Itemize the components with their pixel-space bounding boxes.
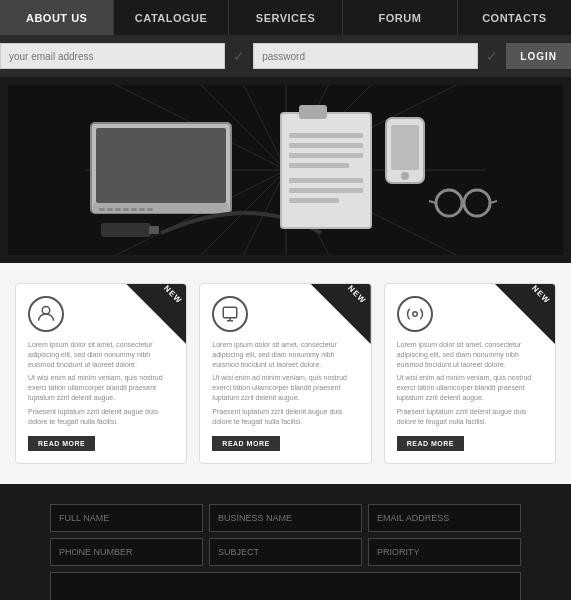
card-2: NEW Lorem ipsum dolor sit amet, consecte… (199, 283, 371, 464)
card-1: NEW Lorem ipsum dolor sit amet, consecte… (15, 283, 187, 464)
password-check-icon: ✓ (486, 48, 498, 64)
svg-rect-44 (289, 198, 339, 203)
email-address-input[interactable] (368, 504, 521, 532)
nav-about-us[interactable]: ABOUT US (0, 0, 114, 35)
email-input[interactable] (0, 43, 225, 69)
svg-point-49 (464, 190, 490, 216)
form-row-2 (50, 538, 521, 566)
cards-section: NEW Lorem ipsum dolor sit amet, consecte… (0, 263, 571, 484)
card-3-icon (397, 296, 433, 332)
message-textarea[interactable] (50, 572, 521, 600)
card-1-text: Lorem ipsum dolor sit amet, consectetur … (28, 340, 174, 426)
svg-point-47 (401, 172, 409, 180)
login-button[interactable]: LOGIN (506, 43, 571, 69)
priority-input[interactable] (368, 538, 521, 566)
svg-rect-38 (289, 133, 363, 138)
svg-rect-36 (281, 113, 371, 228)
password-input[interactable] (253, 43, 478, 69)
card-2-icon (212, 296, 248, 332)
svg-rect-35 (149, 226, 159, 234)
card-1-icon (28, 296, 64, 332)
svg-rect-26 (93, 203, 229, 213)
svg-rect-41 (289, 163, 349, 168)
svg-rect-42 (289, 178, 363, 183)
card-1-read-more[interactable]: READ MORE (28, 436, 95, 451)
nav-forum[interactable]: FORUM (343, 0, 457, 35)
svg-rect-46 (391, 125, 419, 170)
form-row-1 (50, 504, 521, 532)
full-name-input[interactable] (50, 504, 203, 532)
subject-input[interactable] (209, 538, 362, 566)
svg-rect-32 (139, 208, 145, 211)
svg-point-57 (412, 312, 417, 317)
svg-rect-54 (224, 307, 238, 318)
svg-point-48 (436, 190, 462, 216)
business-name-input[interactable] (209, 504, 362, 532)
svg-point-53 (42, 307, 50, 315)
svg-rect-31 (131, 208, 137, 211)
card-2-read-more[interactable]: READ MORE (212, 436, 279, 451)
svg-rect-40 (289, 153, 363, 158)
svg-rect-25 (96, 128, 226, 203)
svg-rect-29 (115, 208, 121, 211)
card-3: NEW Lorem ipsum dolor sit amet, consecte… (384, 283, 556, 464)
card-3-read-more[interactable]: READ MORE (397, 436, 464, 451)
svg-rect-27 (99, 208, 105, 211)
svg-rect-30 (123, 208, 129, 211)
svg-rect-34 (101, 223, 151, 237)
svg-rect-43 (289, 188, 363, 193)
nav-services[interactable]: SERVICES (229, 0, 343, 35)
hero-section (0, 77, 571, 263)
email-check-icon: ✓ (233, 48, 245, 64)
svg-rect-33 (147, 208, 153, 211)
login-bar: ✓ ✓ LOGIN (0, 35, 571, 77)
svg-rect-28 (107, 208, 113, 211)
hero-desk-image (71, 93, 501, 248)
contact-section: SEND MY MESSAGE (0, 484, 571, 600)
navigation: ABOUT US CATALOGUE SERVICES FORUM CONTAC… (0, 0, 571, 35)
phone-number-input[interactable] (50, 538, 203, 566)
nav-contacts[interactable]: CONTACTS (458, 0, 571, 35)
card-2-text: Lorem ipsum dolor sit amet, consectetur … (212, 340, 358, 426)
card-3-text: Lorem ipsum dolor sit amet, consectetur … (397, 340, 543, 426)
svg-rect-39 (289, 143, 363, 148)
nav-catalogue[interactable]: CATALOGUE (114, 0, 228, 35)
svg-rect-37 (299, 105, 327, 119)
